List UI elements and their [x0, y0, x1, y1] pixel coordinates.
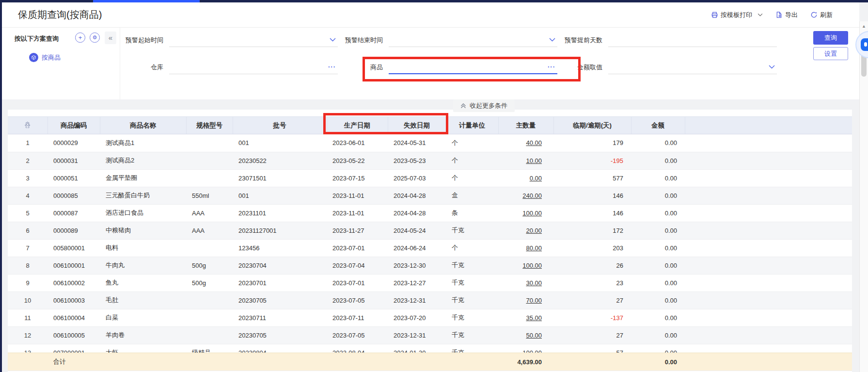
filter-field-warn-days-ahead: 预警提前天数: [562, 33, 777, 47]
table-row[interactable]: 60000089中粮猪肉AAA202311270012023-11-272024…: [8, 222, 852, 239]
filter-label: 预警结束时间: [343, 36, 389, 47]
main-qty-link[interactable]: 100.00: [522, 262, 542, 269]
main-qty-link[interactable]: 70.00: [526, 297, 542, 304]
chevron-down-icon[interactable]: [330, 38, 336, 42]
table-row[interactable]: 13007000001大虾级精品202308042023-08-042024-0…: [8, 344, 852, 353]
refresh-button[interactable]: 刷新: [810, 11, 833, 19]
cell-amount: 0.00: [631, 326, 685, 344]
cell-amount: 0.00: [631, 134, 685, 152]
chevron-down-icon[interactable]: [769, 65, 775, 69]
cell-spec: [186, 326, 233, 344]
main-qty-link[interactable]: 20.00: [526, 227, 542, 234]
cell-expiry-date: 2023-05-23: [388, 152, 446, 169]
export-button[interactable]: 导出: [775, 11, 798, 19]
warn-end-time-select[interactable]: [389, 33, 557, 47]
product-lookup-input[interactable]: ···: [389, 61, 557, 74]
query-button[interactable]: 查询: [813, 31, 848, 45]
main-qty-link[interactable]: 100.00: [522, 349, 542, 353]
cell-index: 4: [8, 187, 47, 204]
cell-amount: 0.00: [631, 239, 685, 257]
cell-spec: [186, 309, 233, 326]
table-row[interactable]: 40000085三元酪蛋白牛奶550ml0012023-11-012024-04…: [8, 187, 852, 204]
scrollbar-up-arrow[interactable]: ▲: [860, 21, 868, 29]
table-row[interactable]: 7005800001电料1234562023-07-012024-06-24个8…: [8, 239, 852, 257]
collapse-sidebar-button[interactable]: «: [105, 32, 116, 44]
column-settings-header[interactable]: [8, 117, 47, 134]
add-scheme-button[interactable]: +: [75, 32, 85, 43]
main-qty-link[interactable]: 50.00: [526, 332, 542, 339]
grid-header: 商品编码 商品名称 规格型号 批号 生产日期 失效日期 计量单位 主数量 临期/…: [8, 116, 852, 134]
column-header-batch[interactable]: 批号: [233, 117, 327, 134]
printer-icon: [711, 11, 718, 18]
chevron-down-icon[interactable]: [549, 38, 555, 42]
export-label: 导出: [785, 11, 798, 19]
cell-main-qty: 30.00: [498, 274, 553, 291]
filter-field-warehouse: 仓库 ···: [123, 61, 338, 74]
warehouse-lookup-input[interactable]: ···: [169, 61, 338, 74]
cell-spec: 550ml: [186, 187, 233, 204]
robot-face-icon: [861, 38, 868, 51]
cell-name: 测试商品2: [100, 152, 186, 169]
table-row[interactable]: 20000031测试商品2202305222023-05-222023-05-2…: [8, 152, 852, 169]
cell-near-overdue-days: 26: [553, 257, 631, 274]
column-header-near-overdue-days[interactable]: 临期/逾期(天): [553, 117, 631, 134]
main-qty-link[interactable]: 100.00: [522, 210, 542, 217]
cell-filler: [685, 257, 852, 274]
product-lookup-icon[interactable]: ···: [548, 63, 555, 70]
collapse-more-conditions-button[interactable]: 收起更多条件: [453, 99, 515, 112]
export-icon: [775, 11, 783, 18]
total-row-index-cell: [8, 353, 47, 371]
column-header-unit[interactable]: 计量单位: [446, 117, 498, 134]
active-tab-indicator[interactable]: [93, 0, 200, 2]
column-header-code[interactable]: 商品编码: [47, 117, 100, 134]
main-qty-link[interactable]: 80.00: [526, 244, 542, 252]
cell-code: 007000001: [47, 344, 100, 353]
cell-near-overdue-days: 146: [553, 204, 631, 222]
settings-button[interactable]: 设置: [813, 47, 848, 60]
cell-near-overdue-days: -137: [553, 309, 631, 326]
column-header-amount[interactable]: 金额: [631, 117, 685, 134]
main-qty-link[interactable]: 0.00: [530, 175, 542, 182]
cell-name: 大虾: [100, 344, 186, 353]
print-by-template-button[interactable]: 按模板打印: [711, 11, 763, 19]
column-header-expiry-date[interactable]: 失效日期: [388, 117, 446, 134]
table-row[interactable]: 12006100005羊肉卷202307052023-07-052023-12-…: [8, 326, 852, 344]
warn-days-ahead-input[interactable]: [608, 33, 777, 47]
cell-batch: 20230701: [233, 274, 327, 291]
scheme-settings-button[interactable]: ⚙: [90, 32, 100, 43]
column-header-main-qty[interactable]: 主数量: [498, 117, 553, 134]
cell-production-date: 2023-07-15: [327, 169, 388, 187]
table-row[interactable]: 11006100004白菜202307112023-07-112023-07-2…: [8, 309, 852, 326]
column-header-production-date[interactable]: 生产日期: [327, 117, 388, 134]
cell-near-overdue-days: 27: [553, 291, 631, 309]
warn-start-time-select[interactable]: [169, 33, 338, 47]
table-row[interactable]: 10000029测试商品10012023-06-012024-05-31个40.…: [8, 134, 852, 152]
grid-body-viewport[interactable]: 10000029测试商品10012023-06-012024-05-31个40.…: [8, 134, 852, 353]
table-row[interactable]: 8006100001牛肉丸500g202307042023-07-042023-…: [8, 257, 852, 274]
sidebar-item-by-product[interactable]: 按商品: [29, 53, 61, 62]
table-row[interactable]: 30000051金属平垫圈230715012023-07-152025-07-0…: [8, 169, 852, 187]
cell-batch: 23071501: [233, 169, 327, 187]
cell-filler: [685, 187, 852, 204]
table-row[interactable]: 9006100002鱼丸500g202307012023-07-012023-1…: [8, 274, 852, 291]
main-qty-link[interactable]: 35.00: [526, 314, 542, 322]
amount-basis-select[interactable]: [608, 61, 777, 74]
vertical-scrollbar[interactable]: ▲: [859, 21, 868, 372]
main-qty-link[interactable]: 30.00: [526, 279, 542, 287]
main-qty-link[interactable]: 40.00: [526, 139, 542, 146]
column-header-spec[interactable]: 规格型号: [186, 117, 233, 134]
cell-index: 13: [8, 344, 47, 353]
table-row[interactable]: 10006100003毛肚202307052023-07-052023-12-3…: [8, 291, 852, 309]
main-qty-link[interactable]: 10.00: [526, 157, 542, 164]
cell-expiry-date: 2025-07-03: [388, 169, 446, 187]
warehouse-lookup-icon[interactable]: ···: [328, 63, 336, 70]
chevron-down-icon[interactable]: [758, 13, 763, 16]
cell-main-qty: 240.00: [498, 187, 553, 204]
total-row: 合计 4,639.00 0.00: [8, 353, 852, 371]
cell-main-qty: 10.00: [498, 152, 553, 169]
main-qty-link[interactable]: 240.00: [522, 192, 542, 199]
cell-code: 006100001: [47, 257, 100, 274]
table-row[interactable]: 50000087酒店进口食品AAA202311012023-11-012024-…: [8, 204, 852, 222]
column-header-name[interactable]: 商品名称: [100, 117, 186, 134]
cell-code: 006100002: [47, 274, 100, 291]
